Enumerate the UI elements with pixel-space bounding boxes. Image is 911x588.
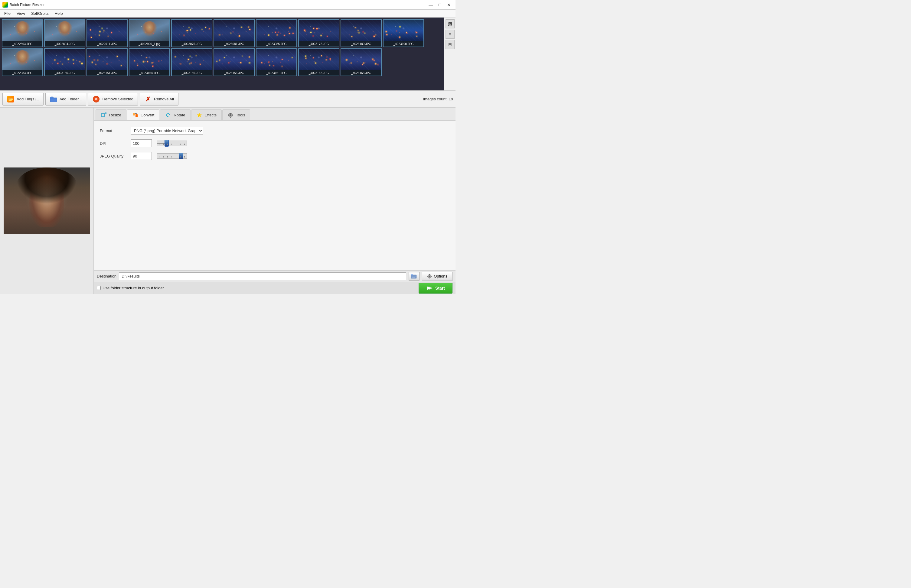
jpeg-quality-input[interactable]: [131, 152, 152, 160]
tab-effects-label: Effects: [205, 113, 217, 117]
effects-tab-icon: [196, 112, 202, 118]
maximize-button[interactable]: □: [435, 2, 444, 8]
menu-file[interactable]: File: [1, 10, 14, 17]
add-files-icon: 📂: [7, 95, 14, 103]
remove-selected-label: Remove Selected: [102, 97, 133, 101]
jpeg-quality-slider-container: [157, 153, 187, 159]
start-label: Start: [435, 286, 445, 291]
svg-rect-7: [230, 117, 231, 118]
image-thumb-9[interactable]: _4023190.JPG: [383, 19, 424, 47]
image-thumb-8[interactable]: _4023180.JPG: [341, 19, 382, 47]
image-thumb-1[interactable]: _4022894.JPG: [44, 19, 85, 47]
svg-marker-3: [197, 113, 202, 117]
browse-destination-button[interactable]: [409, 272, 419, 281]
convert-tab-icon: [132, 112, 138, 118]
destination-bar: Destination: [94, 270, 455, 282]
image-thumb-7[interactable]: _4023172.JPG: [298, 19, 339, 47]
svg-rect-9: [232, 115, 233, 115]
dpi-slider-dots: [157, 144, 187, 145]
format-row: Format PNG (*.png) Portable Network Grap…: [100, 127, 450, 134]
options-button[interactable]: Options: [422, 272, 453, 281]
menu-help[interactable]: Help: [52, 10, 66, 17]
svg-rect-1: [133, 113, 135, 115]
resize-tab-icon: [101, 112, 107, 118]
image-grid-area: _4022893.JPG_4022894.JPG_4022911.JPG_402…: [0, 18, 455, 91]
remove-all-button[interactable]: ✗ Remove All: [140, 93, 178, 105]
tab-resize[interactable]: Resize: [95, 110, 126, 120]
destination-input[interactable]: [119, 272, 406, 280]
add-folder-button[interactable]: Add Folder...: [45, 93, 86, 105]
jpeg-quality-slider[interactable]: [157, 153, 187, 159]
format-select[interactable]: PNG (*.png) Portable Network Graph: [131, 127, 203, 134]
svg-rect-12: [412, 276, 416, 276]
image-thumb-2[interactable]: _4022911.JPG: [86, 19, 128, 47]
tab-tools[interactable]: Tools: [222, 110, 250, 120]
main-container: _4022893.JPG_4022894.JPG_4022911.JPG_402…: [0, 18, 455, 294]
dpi-slider-thumb[interactable]: [165, 140, 169, 147]
remove-selected-button[interactable]: ✕ Remove Selected: [88, 93, 138, 105]
minimize-button[interactable]: —: [426, 2, 435, 8]
sidebar-list-view[interactable]: ≡: [445, 30, 455, 39]
image-thumb-11[interactable]: _4023150.JPG: [44, 48, 85, 76]
remove-all-label: Remove All: [154, 97, 174, 101]
image-thumb-13[interactable]: _4023154.JPG: [129, 48, 170, 76]
image-thumb-10[interactable]: _4022983.JPG: [2, 48, 43, 76]
menu-view[interactable]: View: [14, 10, 28, 17]
menu-bar: File View SoftOrbits Help: [0, 10, 455, 18]
image-thumb-17[interactable]: _4023162.JPG: [298, 48, 339, 76]
image-thumb-5[interactable]: _4023081.JPG: [214, 19, 255, 47]
remove-selected-icon: ✕: [92, 95, 100, 103]
jpeg-quality-label: JPEG Quality: [100, 154, 127, 158]
settings-panel: Resize Convert: [94, 108, 455, 294]
sidebar-grid-view[interactable]: ⊞: [445, 40, 455, 49]
image-thumb-18[interactable]: _4023163.JPG: [341, 48, 382, 76]
add-folder-icon: [50, 95, 57, 103]
folder-structure-label: Use folder structure in output folder: [102, 286, 164, 290]
tab-effects[interactable]: Effects: [191, 110, 222, 120]
folder-structure-checkbox[interactable]: [97, 286, 101, 290]
tab-rotate[interactable]: Rotate: [160, 110, 190, 120]
add-files-button[interactable]: 📂 Add File(s)...: [2, 93, 44, 105]
jpeg-quality-slider-dots: [157, 156, 187, 158]
svg-rect-0: [101, 114, 104, 117]
svg-rect-19: [427, 276, 428, 276]
sidebar-thumbnail-view[interactable]: 🖼: [445, 19, 455, 28]
tab-content-convert: Format PNG (*.png) Portable Network Grap…: [94, 121, 455, 270]
preview-panel: [0, 108, 94, 294]
image-thumb-12[interactable]: _4023151.JPG: [86, 48, 128, 76]
dpi-slider[interactable]: [157, 141, 187, 146]
start-button[interactable]: Start: [419, 283, 453, 294]
image-thumb-3[interactable]: _4022926_1.jpg: [129, 19, 170, 47]
app-icon: [2, 2, 8, 8]
preview-image: [4, 168, 90, 234]
add-folder-label: Add Folder...: [60, 97, 82, 101]
image-thumb-16[interactable]: _4023161.JPG: [256, 48, 297, 76]
image-grid[interactable]: _4022893.JPG_4022894.JPG_4022911.JPG_402…: [0, 18, 444, 90]
svg-point-16: [429, 275, 430, 277]
tab-convert-label: Convert: [141, 113, 155, 117]
tab-resize-label: Resize: [109, 113, 121, 117]
format-label: Format: [100, 129, 127, 133]
image-thumb-4[interactable]: _4023075.JPG: [171, 19, 212, 47]
menu-softorbits[interactable]: SoftOrbits: [28, 10, 52, 17]
close-button[interactable]: ✕: [445, 2, 453, 8]
image-thumb-14[interactable]: _4023155.JPG: [171, 48, 212, 76]
rotate-tab-icon: [165, 112, 171, 118]
image-thumb-15[interactable]: _4023156.JPG: [214, 48, 255, 76]
image-thumb-0[interactable]: _4022893.JPG: [2, 19, 43, 47]
sidebar-icons: 🖼 ≡ ⊞: [444, 18, 455, 90]
dpi-slider-container: [157, 141, 187, 146]
jpeg-quality-slider-thumb[interactable]: [179, 153, 183, 159]
tab-tools-label: Tools: [236, 113, 245, 117]
window-controls: — □ ✕: [426, 2, 453, 8]
remove-all-icon: ✗: [144, 95, 152, 103]
title-bar: Batch Picture Resizer — □ ✕: [0, 0, 455, 10]
dpi-row: DPI: [100, 139, 450, 147]
bottom-area: Resize Convert: [0, 108, 455, 294]
folder-structure-row: Use folder structure in output folder: [97, 286, 164, 290]
tab-convert[interactable]: Convert: [127, 110, 160, 120]
dpi-input[interactable]: [131, 139, 152, 147]
toolbar: 📂 Add File(s)... Add Folder... ✕ Remove …: [0, 91, 455, 108]
add-files-label: Add File(s)...: [17, 97, 39, 101]
image-thumb-6[interactable]: _4023085.JPG: [256, 19, 297, 47]
